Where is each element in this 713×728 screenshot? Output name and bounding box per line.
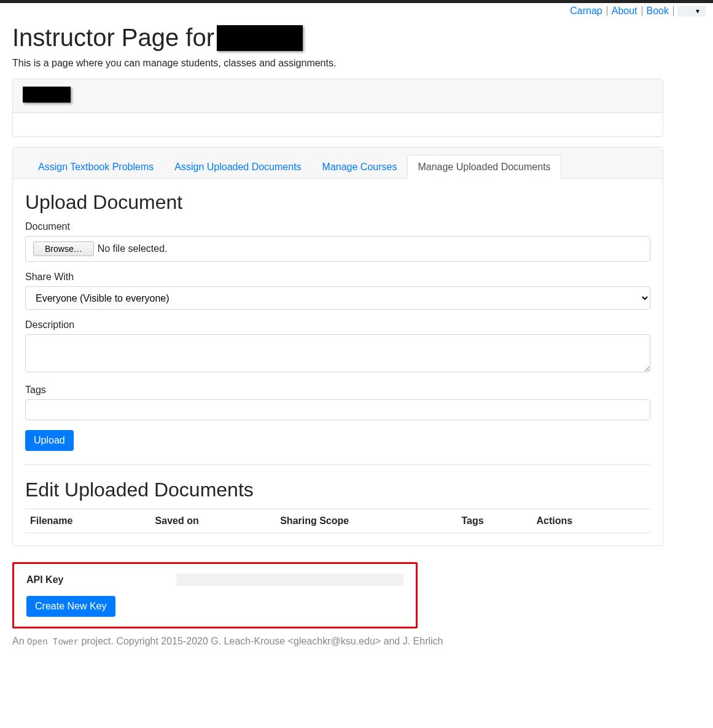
tags-label: Tags [25, 385, 650, 396]
footer: An Open Tower project. Copyright 2015-20… [0, 633, 713, 659]
col-tags: Tags [456, 509, 531, 533]
api-key-value [176, 574, 403, 586]
edit-heading: Edit Uploaded Documents [25, 479, 650, 501]
create-new-key-button[interactable]: Create New Key [26, 596, 115, 617]
share-with-select[interactable]: Everyone (Visible to everyone) [25, 286, 650, 310]
nav-separator [673, 6, 674, 16]
redacted-panel-title [23, 87, 71, 103]
tab-content: Upload Document Document Browse… No file… [13, 179, 663, 546]
api-key-row: API Key [26, 574, 403, 586]
description-label: Description [25, 319, 650, 331]
upload-button[interactable]: Upload [25, 430, 74, 451]
info-panel-header [13, 79, 663, 113]
api-key-box: API Key Create New Key [12, 562, 418, 628]
description-textarea[interactable] [25, 334, 650, 372]
tags-input[interactable] [25, 399, 650, 420]
col-sharing-scope: Sharing Scope [275, 509, 456, 533]
file-status-text: No file selected. [98, 243, 168, 254]
page-title: Instructor Page for [12, 24, 663, 52]
page-title-text: Instructor Page for [12, 24, 214, 52]
tab-manage-courses[interactable]: Manage Courses [312, 155, 408, 179]
upload-heading: Upload Document [25, 191, 650, 214]
api-key-label: API Key [26, 574, 63, 585]
info-panel [12, 79, 663, 137]
nav-link-about[interactable]: About [609, 6, 641, 17]
nav-link-book[interactable]: Book [644, 6, 672, 17]
nav-separator [642, 6, 642, 16]
footer-prefix: An [12, 636, 27, 646]
browse-button[interactable]: Browse… [33, 241, 94, 256]
page-subtitle: This is a page where you can manage stud… [12, 58, 663, 69]
file-input-wrap: Browse… No file selected. [25, 236, 650, 262]
tab-assign-textbook-problems[interactable]: Assign Textbook Problems [28, 155, 164, 179]
tabs-nav: Assign Textbook Problems Assign Uploaded… [13, 147, 663, 179]
nav-separator [607, 6, 607, 16]
tab-assign-uploaded-documents[interactable]: Assign Uploaded Documents [164, 155, 311, 179]
user-dropdown[interactable]: ▾ [677, 6, 706, 17]
document-label: Document [25, 221, 650, 232]
header-nav: Carnap About Book ▾ [0, 3, 713, 19]
col-saved-on: Saved on [150, 509, 276, 533]
redacted-username [217, 25, 303, 51]
nav-link-carnap[interactable]: Carnap [567, 6, 605, 17]
tabs-panel: Assign Textbook Problems Assign Uploaded… [12, 147, 663, 546]
table-header-row: Filename Saved on Sharing Scope Tags Act… [25, 509, 650, 533]
tab-manage-uploaded-documents[interactable]: Manage Uploaded Documents [407, 155, 561, 179]
info-panel-body [13, 113, 663, 136]
col-actions: Actions [532, 509, 650, 533]
share-with-label: Share With [25, 272, 650, 283]
footer-rest: project. Copyright 2015-2020 G. Leach-Kr… [79, 636, 443, 646]
col-filename: Filename [25, 509, 150, 533]
documents-table: Filename Saved on Sharing Scope Tags Act… [25, 509, 650, 533]
section-divider [25, 464, 650, 465]
footer-project: Open Tower [27, 637, 79, 647]
